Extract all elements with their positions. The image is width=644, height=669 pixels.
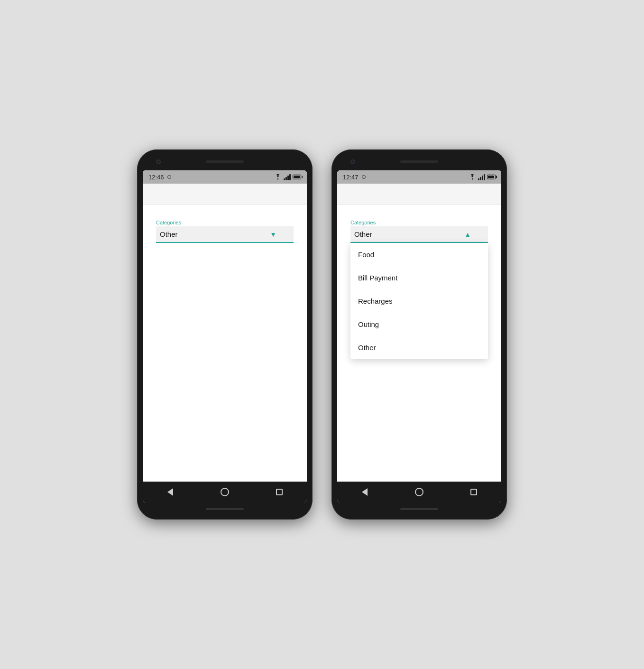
recents-icon-2 — [470, 489, 477, 495]
phone-2-bottom — [337, 504, 501, 514]
status-time-2: 12:47 — [343, 174, 359, 181]
recents-button-1[interactable] — [272, 484, 287, 500]
status-icons-2 — [469, 174, 496, 180]
status-bar-1: 12:46 — [143, 170, 307, 184]
status-bar-2: 12:47 — [337, 170, 501, 184]
nav-bar-2 — [337, 482, 501, 502]
speaker-1 — [206, 160, 244, 163]
status-icons-1 — [274, 174, 301, 180]
menu-item-outing[interactable]: Outing — [350, 313, 488, 336]
back-icon-2 — [362, 488, 368, 496]
app-content-2: Categories Other ▲ Food Bill Payment Rec… — [337, 204, 501, 482]
camera-icon-2 — [350, 159, 355, 164]
phone-2-screen: 12:47 — [337, 170, 501, 502]
status-indicator-2 — [362, 175, 366, 179]
home-bar-1 — [206, 508, 244, 510]
recents-icon-1 — [276, 489, 283, 495]
svg-point-1 — [472, 179, 473, 180]
dropdown-selected-value-1: Other — [160, 230, 178, 238]
battery-icon-1 — [293, 175, 301, 179]
battery-icon-2 — [487, 175, 496, 179]
phone-1-screen: 12:46 — [143, 170, 307, 502]
svg-point-0 — [277, 179, 278, 180]
phone-1-top — [143, 155, 307, 168]
status-indicator-1 — [167, 175, 171, 179]
dropdown-selected-value-2: Other — [354, 230, 372, 238]
chevron-up-icon-2: ▲ — [464, 231, 471, 238]
home-icon-1 — [221, 488, 229, 496]
home-button-2[interactable] — [412, 484, 427, 500]
back-button-2[interactable] — [357, 484, 372, 500]
home-bar-2 — [400, 508, 438, 510]
dropdown-label-2: Categories — [350, 220, 488, 225]
phone-1-bottom — [143, 504, 307, 514]
status-time-1: 12:46 — [148, 174, 164, 181]
app-bar-1 — [143, 184, 307, 204]
dropdown-label-1: Categories — [156, 220, 294, 225]
wifi-icon-2 — [469, 174, 476, 180]
speaker-2 — [400, 160, 438, 163]
app-bar-2 — [337, 184, 501, 204]
menu-item-bill-payment[interactable]: Bill Payment — [350, 266, 488, 289]
phone-1: 12:46 — [137, 149, 313, 520]
recents-button-2[interactable] — [466, 484, 481, 500]
menu-item-food[interactable]: Food — [350, 243, 488, 266]
camera-icon-1 — [156, 159, 161, 164]
phone-2-top — [337, 155, 501, 168]
back-button-1[interactable] — [163, 484, 178, 500]
dropdown-select-1[interactable]: Other ▼ — [156, 226, 294, 243]
dropdown-container-1: Categories Other ▼ — [156, 220, 294, 243]
back-icon-1 — [167, 488, 173, 496]
dropdown-select-2[interactable]: Other ▲ — [350, 226, 488, 243]
nav-bar-1 — [143, 482, 307, 502]
home-icon-2 — [415, 488, 423, 496]
wifi-icon-1 — [274, 174, 282, 180]
signal-icon-2 — [478, 174, 485, 180]
menu-item-other[interactable]: Other — [350, 336, 488, 359]
dropdown-menu-2: Food Bill Payment Recharges Outing Other — [350, 243, 488, 359]
dropdown-container-2: Categories Other ▲ Food Bill Payment Rec… — [350, 220, 488, 243]
chevron-down-icon-1: ▼ — [270, 231, 276, 238]
app-content-1: Categories Other ▼ — [143, 204, 307, 482]
home-button-1[interactable] — [217, 484, 232, 500]
menu-item-recharges[interactable]: Recharges — [350, 289, 488, 313]
signal-icon-1 — [284, 174, 291, 180]
phone-2: 12:47 — [331, 149, 507, 520]
